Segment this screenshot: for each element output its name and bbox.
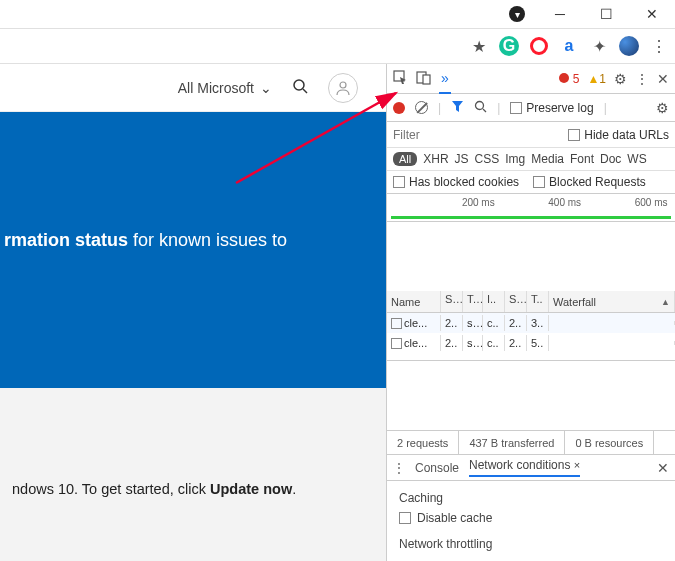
content-dot: . <box>292 481 296 497</box>
hide-data-urls-checkbox[interactable]: Hide data URLs <box>568 128 669 142</box>
minimize-button[interactable]: ─ <box>537 0 583 28</box>
filter-input[interactable] <box>393 128 453 142</box>
extra-filters: Has blocked cookies Blocked Requests <box>387 171 675 194</box>
filter-ws[interactable]: WS <box>627 152 646 166</box>
requests-table: Name S.. T.. I.. S.. T.. Waterfall▲ cle.… <box>387 291 675 361</box>
timeline-tick: 400 ms <box>548 197 581 208</box>
all-microsoft-dropdown[interactable]: All Microsoft ⌄ <box>178 80 272 96</box>
col-size[interactable]: S.. <box>505 291 527 312</box>
filter-js[interactable]: JS <box>455 152 469 166</box>
clear-button[interactable] <box>415 101 428 114</box>
table-header: Name S.. T.. I.. S.. T.. Waterfall▲ <box>387 291 675 313</box>
filter-row: Hide data URLs <box>387 122 675 148</box>
svg-rect-5 <box>423 75 430 84</box>
more-tabs-icon[interactable]: » <box>439 64 451 94</box>
status-resources: 0 B resources <box>565 431 654 454</box>
status-requests: 2 requests <box>387 431 459 454</box>
drawer-body: Caching Disable cache Network throttling <box>387 481 675 561</box>
table-row[interactable]: cle... 2.. s.. c.. 2.. 3.. <box>387 313 675 333</box>
status-transferred: 437 B transferred <box>459 431 565 454</box>
col-status[interactable]: S.. <box>441 291 463 312</box>
filter-all[interactable]: All <box>393 152 417 166</box>
throttling-heading: Network throttling <box>399 537 663 551</box>
filter-media[interactable]: Media <box>531 152 564 166</box>
warning-indicator[interactable]: ▲1 <box>587 72 606 86</box>
banner-text-rest: for known issues to <box>128 230 287 250</box>
close-tab-icon[interactable]: × <box>574 459 580 471</box>
timeline-overview[interactable]: 200 ms 400 ms 600 ms <box>387 194 675 222</box>
record-button[interactable] <box>393 102 405 114</box>
maximize-button[interactable]: ☐ <box>583 0 629 28</box>
page-content: All Microsoft ⌄ rmation status for known… <box>0 64 386 561</box>
drawer-menu-icon[interactable]: ⋮ <box>393 461 405 475</box>
tab-console[interactable]: Console <box>415 461 459 475</box>
all-microsoft-label: All Microsoft <box>178 80 254 96</box>
window-titlebar: ▾ ─ ☐ ✕ <box>0 0 675 28</box>
col-type[interactable]: T.. <box>463 291 483 312</box>
filter-doc[interactable]: Doc <box>600 152 621 166</box>
browser-menu-icon[interactable]: ⋮ <box>649 36 669 56</box>
extension-icon[interactable]: a <box>559 36 579 56</box>
svg-line-1 <box>303 89 307 93</box>
col-time[interactable]: T.. <box>527 291 549 312</box>
extensions-puzzle-icon[interactable]: ✦ <box>589 36 609 56</box>
banner-text: rmation status for known issues to <box>0 228 287 252</box>
profile-globe-icon[interactable] <box>619 36 639 56</box>
col-name[interactable]: Name <box>387 291 441 312</box>
devtools-tabbar: » 5 ▲1 ⚙ ⋮ ✕ <box>387 64 675 94</box>
drawer-tabs: ⋮ Console Network conditions × ✕ <box>387 455 675 481</box>
download-indicator-icon[interactable]: ▾ <box>509 6 525 22</box>
filter-css[interactable]: CSS <box>475 152 500 166</box>
content-section: ndows 10. To get started, click Update n… <box>0 388 386 561</box>
status-bar: 2 requests 437 B transferred 0 B resourc… <box>387 431 675 455</box>
content-text: ndows 10. To get started, click Update n… <box>12 481 374 543</box>
bookmark-star-icon[interactable]: ★ <box>469 36 489 56</box>
site-header: All Microsoft ⌄ <box>0 64 386 112</box>
filter-xhr[interactable]: XHR <box>423 152 448 166</box>
table-row[interactable]: cle... 2.. s.. c.. 2.. 5.. <box>387 333 675 353</box>
svg-line-7 <box>483 109 486 112</box>
error-indicator[interactable]: 5 <box>559 72 579 86</box>
device-toolbar-icon[interactable] <box>416 70 431 88</box>
browser-toolbar: ★ G a ✦ ⋮ <box>0 28 675 64</box>
search-icon[interactable] <box>292 78 308 98</box>
preserve-log-checkbox[interactable]: Preserve log <box>510 101 593 115</box>
update-now-link[interactable]: Update now <box>210 481 292 497</box>
has-blocked-cookies-checkbox[interactable]: Has blocked cookies <box>393 175 519 189</box>
filter-toggle-icon[interactable] <box>451 100 464 116</box>
disable-cache-checkbox[interactable]: Disable cache <box>399 511 663 525</box>
settings-gear-icon[interactable]: ⚙ <box>614 71 627 87</box>
chevron-down-icon: ⌄ <box>260 80 272 96</box>
opera-extension-icon[interactable] <box>529 36 549 56</box>
filter-img[interactable]: Img <box>505 152 525 166</box>
grammarly-extension-icon[interactable]: G <box>499 36 519 56</box>
timeline-tick: 200 ms <box>462 197 495 208</box>
timeline-tick: 600 ms <box>635 197 668 208</box>
devtools-menu-icon[interactable]: ⋮ <box>635 71 649 87</box>
search-network-icon[interactable] <box>474 100 487 116</box>
account-avatar-icon[interactable] <box>328 73 358 103</box>
devtools-panel: » 5 ▲1 ⚙ ⋮ ✕ | | Preserve log | ⚙ <box>386 64 675 561</box>
blocked-requests-checkbox[interactable]: Blocked Requests <box>533 175 646 189</box>
close-drawer-icon[interactable]: ✕ <box>657 460 669 476</box>
network-toolbar: | | Preserve log | ⚙ <box>387 94 675 122</box>
svg-point-6 <box>476 101 484 109</box>
col-initiator[interactable]: I.. <box>483 291 505 312</box>
svg-point-0 <box>294 80 304 90</box>
inspect-element-icon[interactable] <box>393 70 408 88</box>
content-pre: ndows 10. To get started, click <box>12 481 210 497</box>
filter-font[interactable]: Font <box>570 152 594 166</box>
close-window-button[interactable]: ✕ <box>629 0 675 28</box>
caching-heading: Caching <box>399 491 663 505</box>
resource-type-filters: All XHR JS CSS Img Media Font Doc WS <box>387 148 675 171</box>
tab-network-conditions[interactable]: Network conditions × <box>469 458 580 477</box>
col-waterfall[interactable]: Waterfall▲ <box>549 291 675 312</box>
svg-point-2 <box>340 82 346 88</box>
hero-banner: rmation status for known issues to <box>0 112 386 388</box>
network-settings-gear-icon[interactable]: ⚙ <box>656 100 669 116</box>
close-devtools-icon[interactable]: ✕ <box>657 71 669 87</box>
banner-text-bold: rmation status <box>4 230 128 250</box>
timeline-activity <box>391 216 671 219</box>
